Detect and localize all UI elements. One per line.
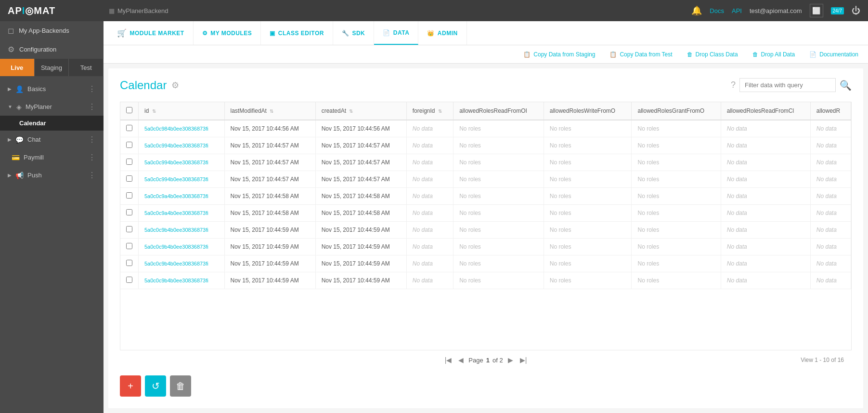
row-roles-grant: No roles [632, 222, 721, 239]
window-icon[interactable]: ⬜ [810, 4, 823, 17]
row-checkbox[interactable] [126, 192, 132, 199]
submenu-copy-staging[interactable]: 📋 Copy Data from Staging [523, 51, 595, 58]
delete-button[interactable]: 🗑 [170, 375, 191, 397]
row-allowed-r: No data [810, 137, 851, 154]
bell-icon[interactable]: 🔔 [691, 5, 702, 16]
search-input[interactable] [739, 78, 836, 92]
env-tab-test[interactable]: Test [69, 59, 104, 76]
row-checkbox-cell[interactable] [120, 171, 139, 188]
row-checkbox-cell[interactable] [120, 137, 139, 154]
delete-icon: 🗑 [176, 381, 185, 392]
action-buttons: + ↺ 🗑 [120, 370, 852, 399]
env-tab-live[interactable]: Live [0, 59, 35, 76]
row-checkbox[interactable] [126, 159, 132, 165]
row-checkbox[interactable] [126, 142, 132, 148]
row-roles-read-oi: No roles [453, 272, 544, 289]
row-checkbox[interactable] [126, 260, 132, 266]
myplaner-more-icon[interactable]: ⋮ [88, 102, 96, 111]
nav-module-market[interactable]: 🛒 MODULE MARKET [108, 21, 194, 45]
calendar-label: Calendar [19, 120, 46, 127]
nav-sdk[interactable]: 🔧 SDK [333, 21, 374, 45]
submenu-documentation[interactable]: 📄 Documentation [809, 51, 858, 58]
sidebar-item-push[interactable]: ▶ 📢 Push ⋮ [0, 166, 104, 184]
submenu-copy-test[interactable]: 📋 Copy Data from Test [609, 51, 672, 58]
row-checkbox[interactable] [126, 226, 132, 232]
chat-more-icon[interactable]: ⋮ [88, 135, 96, 144]
row-checkbox-cell[interactable] [120, 205, 139, 222]
submenu-drop-all[interactable]: 🗑 Drop All Data [752, 51, 795, 58]
docs-link[interactable]: Docs [710, 7, 724, 14]
sidebar-item-paymill[interactable]: 💳 Paymill ⋮ [0, 148, 104, 166]
row-id: 5a0c0c994b0ee30836873fi [139, 154, 225, 171]
row-checkbox-cell[interactable] [120, 255, 139, 272]
select-all-checkbox[interactable] [126, 107, 132, 113]
col-header-id[interactable]: id ⇅ [139, 102, 225, 120]
refresh-button[interactable]: ↺ [145, 375, 166, 397]
row-foreign-id: No data [406, 120, 453, 137]
row-checkbox-cell[interactable] [120, 272, 139, 289]
app-name-label: MyPlanerBackend [117, 7, 168, 14]
paymill-more-icon[interactable]: ⋮ [88, 153, 96, 162]
row-last-modified: Nov 15, 2017 10:44:57 AM [224, 137, 315, 154]
next-page-button[interactable]: ▶ [506, 355, 515, 365]
first-page-button[interactable]: |◀ [443, 355, 454, 365]
api-link[interactable]: API [732, 7, 742, 14]
basics-more-icon[interactable]: ⋮ [88, 84, 96, 93]
col-header-created[interactable]: createdAt ⇅ [315, 102, 406, 120]
submenu-drop-class[interactable]: 🗑 Drop Class Data [687, 51, 738, 58]
row-checkbox[interactable] [126, 209, 132, 215]
sidebar-sub-item-calendar[interactable]: Calendar [0, 116, 104, 131]
env-tab-staging[interactable]: Staging [35, 59, 69, 76]
row-checkbox-cell[interactable] [120, 188, 139, 205]
row-allowed-r: No data [810, 205, 851, 222]
col-header-foreign-id[interactable]: foreignId ⇅ [406, 102, 453, 120]
col-header-roles-read-oi: allowedRolesReadFromOI [453, 102, 544, 120]
col-header-roles-grant-o: allowedRolesGrantFromO [632, 102, 721, 120]
search-button[interactable]: 🔍 [840, 80, 852, 91]
nav-admin[interactable]: 👑 ADMIN [418, 21, 466, 45]
page-settings-icon[interactable]: ⚙ [171, 80, 179, 91]
of-label: of 2 [492, 357, 503, 364]
last-page-button[interactable]: ▶| [518, 355, 529, 365]
row-roles-write: No roles [544, 188, 632, 205]
sidebar-item-app-backends[interactable]: ◻ My App-Backends [0, 21, 104, 40]
row-last-modified: Nov 15, 2017 10:44:58 AM [224, 188, 315, 205]
row-checkbox-cell[interactable] [120, 120, 139, 137]
row-checkbox[interactable] [126, 243, 132, 249]
nav-data[interactable]: 📄 DATA [374, 21, 418, 45]
row-roles-read-oi: No roles [453, 222, 544, 239]
row-roles-grant: No roles [632, 272, 721, 289]
drop-all-label: Drop All Data [761, 51, 795, 58]
search-icon: 🔍 [840, 80, 852, 91]
row-checkbox-cell[interactable] [120, 222, 139, 239]
row-created: Nov 15, 2017 10:44:58 AM [315, 188, 406, 205]
row-checkbox-cell[interactable] [120, 154, 139, 171]
help-icon[interactable]: ? [731, 80, 736, 90]
data-icon: 📄 [383, 29, 390, 36]
row-last-modified: Nov 15, 2017 10:44:59 AM [224, 255, 315, 272]
row-id: 5a0c0c9a4b0ee30836873fi [139, 188, 225, 205]
sidebar-item-configuration[interactable]: ⚙ Configuration [0, 40, 104, 59]
sidebar-item-myplaner[interactable]: ▼ ◈ MyPlaner ⋮ [0, 98, 104, 116]
nav-class-editor[interactable]: ▣ CLASS EDITOR [261, 21, 333, 45]
table-row: 5a0c0c9b4b0ee30836873fi Nov 15, 2017 10:… [120, 239, 851, 255]
select-all-header[interactable] [120, 102, 139, 120]
prev-page-button[interactable]: ◀ [456, 355, 466, 365]
row-roles-write: No roles [544, 272, 632, 289]
row-checkbox[interactable] [126, 277, 132, 283]
col-header-last-modified[interactable]: lastModifiedAt ⇅ [224, 102, 315, 120]
power-icon[interactable]: ⏻ [852, 6, 860, 16]
row-id: 5a0c0c9a4b0ee30836873fi [139, 205, 225, 222]
sidebar-item-chat[interactable]: ▶ 💬 Chat ⋮ [0, 131, 104, 148]
row-checkbox[interactable] [126, 175, 132, 182]
row-roles-read-oi: No roles [453, 137, 544, 154]
add-button[interactable]: + [120, 375, 141, 397]
row-checkbox[interactable] [126, 125, 132, 131]
nav-my-modules[interactable]: ⚙ MY MODULES [194, 21, 261, 45]
sidebar-app-backends-label: My App-Backends [19, 27, 69, 34]
row-last-modified: Nov 15, 2017 10:44:58 AM [224, 205, 315, 222]
refresh-icon: ↺ [152, 380, 160, 392]
row-checkbox-cell[interactable] [120, 239, 139, 255]
push-more-icon[interactable]: ⋮ [88, 171, 96, 180]
sidebar-item-basics[interactable]: ▶ 👤 Basics ⋮ [0, 80, 104, 98]
